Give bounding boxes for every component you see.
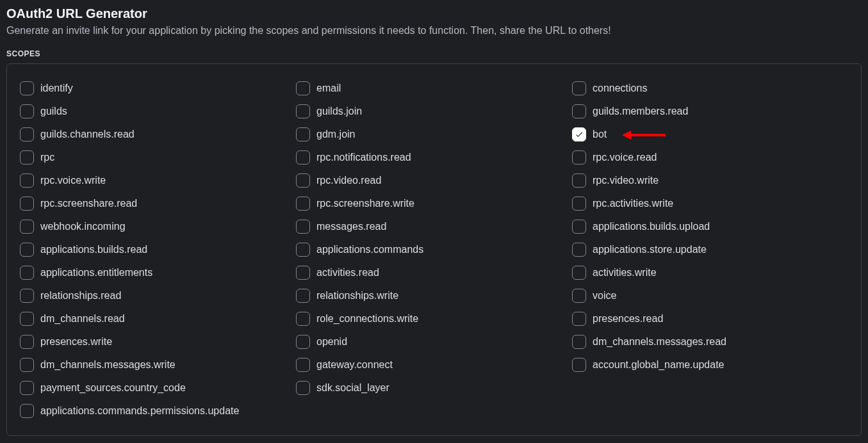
scope-checkbox[interactable] xyxy=(572,243,586,257)
scope-label: dm_channels.messages.write xyxy=(40,359,176,371)
scope-checkbox[interactable] xyxy=(296,220,310,234)
scope-item[interactable]: activities.write xyxy=(572,261,848,284)
scope-checkbox[interactable] xyxy=(296,243,310,257)
scope-item[interactable]: rpc.notifications.read xyxy=(296,146,572,169)
scope-checkbox[interactable] xyxy=(20,150,34,165)
scope-item[interactable]: rpc.voice.read xyxy=(572,146,848,169)
scope-checkbox[interactable] xyxy=(296,358,310,372)
scope-checkbox[interactable] xyxy=(572,289,586,303)
scope-item[interactable]: presences.write xyxy=(20,330,296,353)
scope-checkbox[interactable] xyxy=(572,150,586,165)
scope-item[interactable]: voice xyxy=(572,284,848,307)
scope-checkbox[interactable] xyxy=(20,173,34,188)
scope-item[interactable]: rpc.screenshare.write xyxy=(296,192,572,215)
scope-item[interactable]: applications.commands xyxy=(296,238,572,261)
scope-checkbox[interactable] xyxy=(572,104,586,118)
scope-checkbox[interactable] xyxy=(296,104,310,118)
scope-checkbox[interactable] xyxy=(20,358,34,372)
scope-label: messages.read xyxy=(316,221,386,232)
scope-item[interactable]: applications.builds.upload xyxy=(572,215,848,238)
scope-checkbox[interactable] xyxy=(20,243,34,257)
scope-checkbox[interactable] xyxy=(572,127,586,141)
scope-item[interactable]: dm_channels.messages.write xyxy=(20,353,296,376)
scope-item[interactable]: role_connections.write xyxy=(296,307,572,330)
scope-checkbox[interactable] xyxy=(20,197,34,211)
scope-checkbox[interactable] xyxy=(296,335,310,349)
scope-item[interactable]: rpc.video.write xyxy=(572,169,848,192)
scope-item[interactable]: messages.read xyxy=(296,215,572,238)
scope-checkbox[interactable] xyxy=(572,197,586,211)
scope-checkbox[interactable] xyxy=(296,312,310,326)
scope-item[interactable]: guilds.join xyxy=(296,100,572,123)
scope-checkbox[interactable] xyxy=(20,104,34,118)
scope-item[interactable]: payment_sources.country_code xyxy=(20,376,296,399)
scope-checkbox[interactable] xyxy=(572,81,586,95)
scope-checkbox[interactable] xyxy=(572,220,586,234)
scope-item[interactable]: sdk.social_layer xyxy=(296,376,572,399)
scope-item[interactable]: rpc.activities.write xyxy=(572,192,848,215)
scope-label: dm_channels.read xyxy=(40,313,125,325)
scope-item[interactable]: rpc.video.read xyxy=(296,169,572,192)
scope-item[interactable]: email xyxy=(296,77,572,100)
scope-checkbox[interactable] xyxy=(296,150,310,165)
scope-checkbox[interactable] xyxy=(20,335,34,349)
scope-checkbox[interactable] xyxy=(296,266,310,280)
scope-checkbox[interactable] xyxy=(572,312,586,326)
scope-item[interactable]: webhook.incoming xyxy=(20,215,296,238)
scope-checkbox[interactable] xyxy=(296,127,310,141)
scope-item[interactable]: openid xyxy=(296,330,572,353)
scope-item[interactable]: rpc xyxy=(20,146,296,169)
scope-checkbox[interactable] xyxy=(572,173,586,188)
scope-checkbox[interactable] xyxy=(572,358,586,372)
scope-label: activities.read xyxy=(316,267,379,278)
scope-checkbox[interactable] xyxy=(20,312,34,326)
scope-item[interactable]: dm_channels.read xyxy=(20,307,296,330)
scope-label: email xyxy=(316,83,341,94)
scope-label: presences.write xyxy=(40,336,112,348)
scope-item[interactable]: guilds.members.read xyxy=(572,100,848,123)
scope-checkbox[interactable] xyxy=(20,127,34,141)
scope-item[interactable]: rpc.voice.write xyxy=(20,169,296,192)
scope-item[interactable]: gateway.connect xyxy=(296,353,572,376)
scope-label: account.global_name.update xyxy=(593,359,725,371)
scope-checkbox[interactable] xyxy=(296,381,310,395)
scope-checkbox[interactable] xyxy=(296,197,310,211)
scope-checkbox[interactable] xyxy=(20,266,34,280)
scope-item[interactable]: relationships.read xyxy=(20,284,296,307)
scope-label: connections xyxy=(593,83,647,94)
scope-item[interactable]: applications.entitlements xyxy=(20,261,296,284)
scope-item[interactable]: dm_channels.messages.read xyxy=(572,330,848,353)
scope-checkbox[interactable] xyxy=(572,266,586,280)
scope-label: presences.read xyxy=(593,313,663,325)
scope-label: guilds.members.read xyxy=(593,106,688,117)
page-title: OAuth2 URL Generator xyxy=(6,6,862,21)
scope-item[interactable]: account.global_name.update xyxy=(572,353,848,376)
scope-label: rpc.screenshare.write xyxy=(316,198,414,209)
scopes-column: connectionsguilds.members.readbotrpc.voi… xyxy=(572,77,848,423)
scope-item[interactable]: gdm.join xyxy=(296,123,572,146)
scope-item[interactable]: bot xyxy=(572,123,848,146)
scope-item[interactable]: identify xyxy=(20,77,296,100)
scope-checkbox[interactable] xyxy=(20,220,34,234)
scope-checkbox[interactable] xyxy=(20,381,34,395)
scope-label: rpc.activities.write xyxy=(593,198,673,209)
scope-checkbox[interactable] xyxy=(296,81,310,95)
scope-checkbox[interactable] xyxy=(296,289,310,303)
scope-item[interactable]: applications.commands.permissions.update xyxy=(20,399,296,423)
scope-item[interactable]: guilds xyxy=(20,100,296,123)
scope-item[interactable]: guilds.channels.read xyxy=(20,123,296,146)
scope-checkbox[interactable] xyxy=(20,404,34,418)
scopes-column: emailguilds.joingdm.joinrpc.notification… xyxy=(296,77,572,423)
scope-item[interactable]: presences.read xyxy=(572,307,848,330)
scope-item[interactable]: rpc.screenshare.read xyxy=(20,192,296,215)
scope-item[interactable]: relationships.write xyxy=(296,284,572,307)
scope-item[interactable]: applications.store.update xyxy=(572,238,848,261)
scope-item[interactable]: connections xyxy=(572,77,848,100)
scope-label: openid xyxy=(316,336,347,348)
scope-checkbox[interactable] xyxy=(572,335,586,349)
scope-checkbox[interactable] xyxy=(296,173,310,188)
scope-checkbox[interactable] xyxy=(20,289,34,303)
scope-checkbox[interactable] xyxy=(20,81,34,95)
scope-item[interactable]: activities.read xyxy=(296,261,572,284)
scope-item[interactable]: applications.builds.read xyxy=(20,238,296,261)
